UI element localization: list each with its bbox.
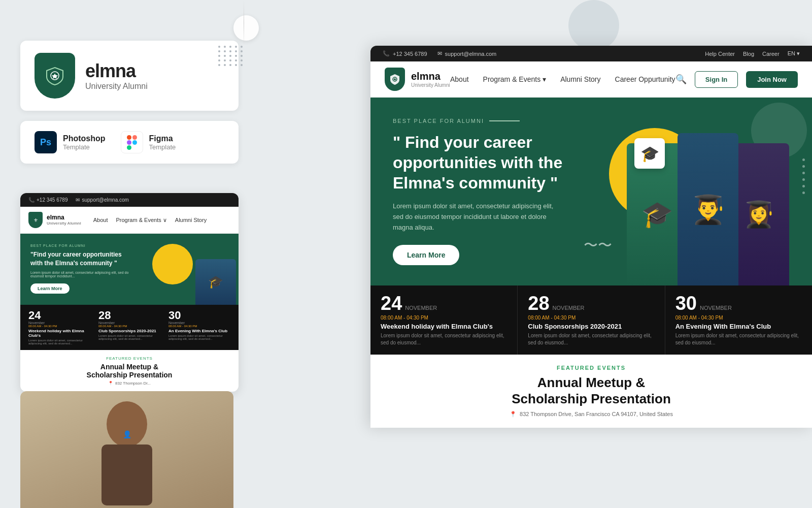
event-3-desc: Lorem ipsum dolor sit amet, consectetur … <box>675 332 802 346</box>
hero-image-area: 🎓 👨‍🎓 👩‍🎓 🎓 <box>619 133 797 285</box>
hero-dot-pattern <box>802 158 805 194</box>
nav-programs[interactable]: Program & Events ▾ <box>483 75 547 83</box>
event-1-desc: Lorem ipsum dolor sit amet, consectetur … <box>381 332 507 346</box>
nav-about[interactable]: About <box>450 75 469 83</box>
svg-rect-4 <box>127 145 131 150</box>
featured-section: FEATURED EVENTS Annual Meetup & Scholars… <box>370 355 812 427</box>
event-1-date-row: 24 November <box>381 294 507 313</box>
event-1-month: November <box>405 305 437 311</box>
main-nav: elmna University Alumni About Program & … <box>370 61 812 98</box>
nav-logo: elmna University Alumni <box>385 68 450 91</box>
mini-event-2-num: 28 <box>98 310 160 321</box>
nav-career[interactable]: Career Oppurtunity <box>615 75 675 83</box>
mini-email: ✉ support@elmna.com <box>76 197 128 203</box>
nav-logo-text: elmna University Alumni <box>411 71 450 88</box>
learn-more-button[interactable]: Learn More <box>393 245 459 265</box>
phone-icon: 📞 <box>383 50 390 57</box>
event-3-time: 08:00 AM - 04:30 PM <box>675 315 802 321</box>
mini-nav-programs[interactable]: Program & Events ∨ <box>116 217 166 224</box>
mini-logo: ⚜ elmna University Alumni <box>28 212 81 228</box>
mini-event-3-month: November <box>168 321 230 325</box>
sign-in-button[interactable]: Sign In <box>695 71 738 88</box>
figma-template: Figma Template <box>121 131 176 153</box>
ps-icon: Ps <box>35 131 57 153</box>
template-card: Ps Photoshop Template Figma Template <box>20 121 239 164</box>
nav-alumni[interactable]: Alumni Story <box>560 75 600 83</box>
hero-heading: " Find your career opportunities with th… <box>393 132 616 193</box>
mini-event-2-time: 08:00 AM - 04:30 PM <box>98 325 160 328</box>
mini-event-3-time: 08:00 AM - 04:30 PM <box>168 325 230 328</box>
event-2-num: 28 <box>528 294 549 313</box>
event-card-1: 24 November 08:00 AM - 04:30 PM Weekend … <box>370 285 518 355</box>
mini-event-1-desc: Lorem ipsum dolor sit amet, consectetur … <box>28 339 90 345</box>
event-3-month: November <box>700 305 732 311</box>
hero-wavy-decoration: 〜〜 <box>584 236 612 255</box>
photoshop-template: Ps Photoshop Template <box>35 131 106 153</box>
event-1-time: 08:00 AM - 04:30 PM <box>381 315 507 321</box>
mini-featured-label: FEATURED EVENTS <box>30 356 228 361</box>
hero-section: 〜〜 BEST PLACE FOR ALUMNI " Find your car… <box>370 98 812 285</box>
nav-actions: 🔍 Sign In Join Now <box>675 71 798 88</box>
mini-nav-alumni[interactable]: Alumni Story <box>175 217 207 224</box>
mini-logo-text: elmna University Alumni <box>47 214 81 226</box>
event-2-month: November <box>553 305 585 311</box>
location-text: 832 Thompson Drive, San Francisco CA 941… <box>520 411 673 417</box>
event-1-title: Weekend holiday with Elmna Club's <box>381 323 507 330</box>
career-link[interactable]: Career <box>762 51 780 57</box>
featured-location: 📍 832 Thompson Drive, San Francisco CA 9… <box>386 411 797 418</box>
mini-logo-shield: ⚜ <box>28 212 43 228</box>
featured-title-line1: Annual Meetup & <box>537 375 645 390</box>
mini-event-1-num: 24 <box>28 310 90 321</box>
website-topbar: 📞 +12 345 6789 ✉ support@elmna.com Help … <box>370 46 812 61</box>
event-1-num: 24 <box>381 294 402 313</box>
mini-hero: BEST PLACE FOR ALUMNI "Find your career … <box>20 234 239 305</box>
mini-learn-more-button[interactable]: Learn More <box>30 283 70 294</box>
event-2-time: 08:00 AM - 04:30 PM <box>528 315 654 321</box>
bottom-person-section: 👤 <box>20 391 233 508</box>
cap-decoration-box: 🎓 <box>634 138 665 169</box>
event-3-num: 30 <box>675 294 697 313</box>
help-center-link[interactable]: Help Center <box>705 51 735 57</box>
brand-subtitle: University Alumni <box>85 82 148 91</box>
blog-link[interactable]: Blog <box>743 51 754 57</box>
mini-event-1-month: November <box>28 321 90 325</box>
bg-circle-top-center <box>233 15 259 41</box>
bg-circle-top-right <box>568 0 619 51</box>
event-card-2: 28 November 08:00 AM - 04:30 PM Club Spo… <box>518 285 665 355</box>
join-button[interactable]: Join Now <box>746 71 798 88</box>
mini-event-1-title: Weekend holiday with Elmna Club's <box>28 329 90 338</box>
mini-event-2-title: Club Sponsorships 2020-2021 <box>98 329 160 333</box>
mini-event-1: 24 November 08:00 AM - 04:30 PM Weekend … <box>28 310 90 345</box>
mini-event-3-title: An Evening With Elmna's Club <box>168 329 230 333</box>
ps-label: Photoshop Template <box>63 134 106 151</box>
topbar-phone: 📞 +12 345 6789 <box>383 50 427 57</box>
event-3-title: An Evening With Elmna's Club <box>675 323 802 330</box>
mini-event-2-desc: Lorem ipsum dolor sit amet, consectetur … <box>98 334 160 340</box>
logo-text: elmna University Alumni <box>85 60 148 91</box>
event-2-desc: Lorem ipsum dolor sit amet, consectetur … <box>528 332 654 346</box>
location-icon: 📍 <box>510 411 517 418</box>
mini-featured-location: 📍 832 Thompson Dr... <box>30 381 228 386</box>
event-2-date-row: 28 November <box>528 294 654 313</box>
mini-event-2: 28 November 08:00 AM - 04:30 PM Club Spo… <box>98 310 160 345</box>
featured-title-line2: Scholarship Presentation <box>512 391 671 406</box>
dropdown-icon: ▾ <box>543 75 546 83</box>
mini-topbar: 📞 +12 345 6789 ✉ support@elmna.com <box>20 193 239 207</box>
mini-hero-heading: "Find your career opportunities with the… <box>30 250 122 268</box>
lang-selector[interactable]: EN ▾ <box>788 50 800 57</box>
mini-featured: FEATURED EVENTS Annual Meetup &Scholarsh… <box>20 350 239 392</box>
nav-logo-shield <box>385 68 405 91</box>
mini-nav: ⚜ elmna University Alumni About Program … <box>20 207 239 234</box>
mini-nav-about[interactable]: About <box>93 217 108 224</box>
search-button[interactable]: 🔍 <box>675 74 687 85</box>
featured-label: FEATURED EVENTS <box>386 365 797 371</box>
mini-hero-tagline: BEST PLACE FOR ALUMNI <box>30 244 228 247</box>
mini-event-2-month: November <box>98 321 160 325</box>
events-bar: 24 November 08:00 AM - 04:30 PM Weekend … <box>370 285 812 355</box>
grad-person-center: 👨‍🎓 <box>678 133 738 285</box>
svg-point-6 <box>107 401 147 447</box>
email-icon: ✉ <box>437 50 442 57</box>
mini-events-bar: 24 November 08:00 AM - 04:30 PM Weekend … <box>20 305 239 350</box>
featured-title: Annual Meetup & Scholarship Presentation <box>386 375 797 406</box>
mini-phone: 📞 +12 345 6789 <box>28 197 67 203</box>
